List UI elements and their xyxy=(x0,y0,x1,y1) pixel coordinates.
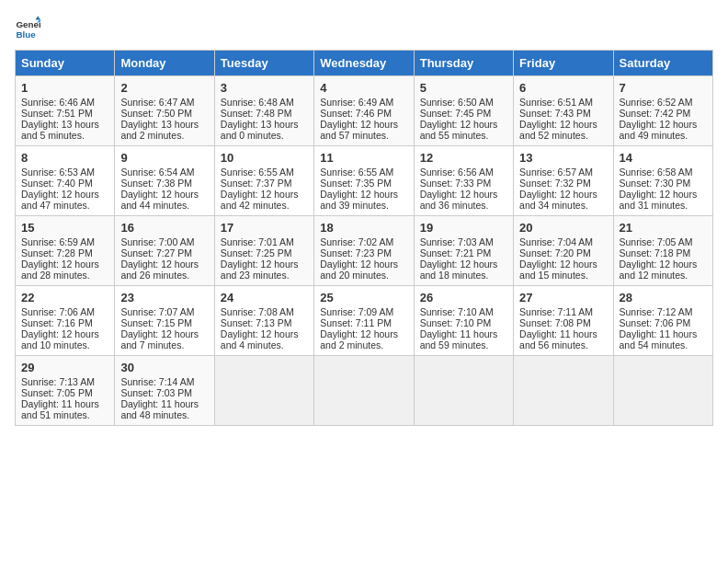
cell-line: Daylight: 11 hours xyxy=(120,398,208,409)
cell-line: Daylight: 12 hours xyxy=(620,189,707,200)
day-number: 16 xyxy=(120,221,208,235)
day-number: 22 xyxy=(21,291,108,304)
cell-line: Daylight: 12 hours xyxy=(120,189,208,200)
cell-line: Sunset: 7:38 PM xyxy=(120,178,208,189)
calendar-cell: 21Sunrise: 7:05 AMSunset: 7:18 PMDayligh… xyxy=(613,216,712,286)
cell-line: Sunrise: 7:10 AM xyxy=(420,306,507,317)
cell-line: Sunset: 7:21 PM xyxy=(420,247,507,259)
cell-line: Daylight: 12 hours xyxy=(420,119,507,130)
day-number: 8 xyxy=(21,151,108,165)
cell-line: and 18 minutes. xyxy=(420,270,507,281)
calendar-cell xyxy=(414,356,513,426)
cell-line: and 34 minutes. xyxy=(519,200,607,211)
cell-line: Daylight: 13 hours xyxy=(120,119,208,130)
cell-line: Sunset: 7:33 PM xyxy=(420,178,507,189)
cell-line: Sunrise: 7:12 AM xyxy=(620,306,707,317)
day-number: 5 xyxy=(420,81,507,95)
cell-line: Sunset: 7:35 PM xyxy=(320,178,407,189)
cell-line: Daylight: 12 hours xyxy=(320,328,407,339)
calendar-cell: 3Sunrise: 6:48 AMSunset: 7:48 PMDaylight… xyxy=(214,76,313,146)
cell-line: Sunrise: 6:48 AM xyxy=(221,97,308,108)
svg-text:General: General xyxy=(16,19,40,29)
cell-line: Sunrise: 6:49 AM xyxy=(320,97,407,108)
cell-line: Sunset: 7:43 PM xyxy=(519,108,607,119)
cell-line: Sunset: 7:16 PM xyxy=(21,317,108,328)
calendar-cell: 17Sunrise: 7:01 AMSunset: 7:25 PMDayligh… xyxy=(214,216,313,286)
day-number: 26 xyxy=(420,291,507,304)
cell-line: Sunset: 7:11 PM xyxy=(320,317,407,328)
svg-text:Blue: Blue xyxy=(16,29,36,40)
calendar-cell: 23Sunrise: 7:07 AMSunset: 7:15 PMDayligh… xyxy=(115,286,214,356)
page-header: General Blue xyxy=(15,15,713,40)
cell-line: Sunrise: 6:46 AM xyxy=(21,97,108,108)
cell-line: Sunrise: 7:13 AM xyxy=(21,376,108,387)
cell-line: and 39 minutes. xyxy=(320,200,407,211)
cell-line: and 47 minutes. xyxy=(21,200,108,211)
cell-line: Daylight: 12 hours xyxy=(221,328,308,339)
calendar-week-3: 15Sunrise: 6:59 AMSunset: 7:28 PMDayligh… xyxy=(16,216,713,286)
cell-line: and 42 minutes. xyxy=(221,200,308,211)
cell-line: Sunset: 7:08 PM xyxy=(519,317,607,328)
calendar-cell: 26Sunrise: 7:10 AMSunset: 7:10 PMDayligh… xyxy=(414,286,513,356)
cell-line: Daylight: 12 hours xyxy=(620,119,707,130)
day-number: 19 xyxy=(420,221,507,235)
day-number: 21 xyxy=(620,221,707,235)
cell-line: Sunset: 7:42 PM xyxy=(620,108,707,119)
calendar-cell: 6Sunrise: 6:51 AMSunset: 7:43 PMDaylight… xyxy=(514,76,613,146)
day-number: 2 xyxy=(120,81,208,95)
cell-line: Daylight: 12 hours xyxy=(320,119,407,130)
logo: General Blue xyxy=(15,15,44,40)
calendar-cell: 7Sunrise: 6:52 AMSunset: 7:42 PMDaylight… xyxy=(613,76,712,146)
cell-line: Daylight: 12 hours xyxy=(420,189,507,200)
calendar-week-4: 22Sunrise: 7:06 AMSunset: 7:16 PMDayligh… xyxy=(16,286,713,356)
cell-line: Sunset: 7:51 PM xyxy=(21,108,108,119)
cell-line: Sunset: 7:46 PM xyxy=(320,108,407,119)
cell-line: Sunset: 7:23 PM xyxy=(320,247,407,259)
calendar-cell: 1Sunrise: 6:46 AMSunset: 7:51 PMDaylight… xyxy=(16,76,115,146)
cell-line: Daylight: 12 hours xyxy=(21,189,108,200)
cell-line: and 15 minutes. xyxy=(519,270,607,281)
calendar-cell xyxy=(214,356,313,426)
cell-line: Sunset: 7:37 PM xyxy=(221,178,308,189)
calendar-cell: 5Sunrise: 6:50 AMSunset: 7:45 PMDaylight… xyxy=(414,76,513,146)
cell-line: Sunrise: 6:56 AM xyxy=(420,167,507,178)
cell-line: Sunrise: 7:01 AM xyxy=(221,236,308,247)
col-header-friday: Friday xyxy=(514,51,613,76)
cell-line: Sunrise: 6:51 AM xyxy=(519,97,607,108)
cell-line: Sunrise: 6:55 AM xyxy=(221,167,308,178)
cell-line: Daylight: 12 hours xyxy=(519,259,607,270)
calendar-cell: 10Sunrise: 6:55 AMSunset: 7:37 PMDayligh… xyxy=(214,146,313,216)
cell-line: Daylight: 12 hours xyxy=(120,259,208,270)
col-header-thursday: Thursday xyxy=(414,51,513,76)
day-number: 4 xyxy=(320,81,407,95)
cell-line: Daylight: 12 hours xyxy=(620,259,707,270)
cell-line: and 44 minutes. xyxy=(120,200,208,211)
calendar-cell xyxy=(514,356,613,426)
cell-line: Daylight: 13 hours xyxy=(21,119,108,130)
cell-line: Sunrise: 7:14 AM xyxy=(120,376,208,387)
cell-line: Daylight: 12 hours xyxy=(320,259,407,270)
calendar-cell: 18Sunrise: 7:02 AMSunset: 7:23 PMDayligh… xyxy=(314,216,414,286)
cell-line: and 0 minutes. xyxy=(221,130,308,141)
cell-line: Sunset: 7:45 PM xyxy=(420,108,507,119)
cell-line: and 7 minutes. xyxy=(120,339,208,350)
cell-line: Sunrise: 7:07 AM xyxy=(120,306,208,317)
cell-line: Sunrise: 7:11 AM xyxy=(519,306,607,317)
calendar-week-2: 8Sunrise: 6:53 AMSunset: 7:40 PMDaylight… xyxy=(16,146,713,216)
day-number: 18 xyxy=(320,221,407,235)
cell-line: Daylight: 11 hours xyxy=(620,328,707,339)
cell-line: Daylight: 12 hours xyxy=(120,328,208,339)
cell-line: Daylight: 12 hours xyxy=(221,259,308,270)
col-header-sunday: Sunday xyxy=(16,51,115,76)
cell-line: and 51 minutes. xyxy=(21,409,108,420)
cell-line: and 49 minutes. xyxy=(620,130,707,141)
svg-marker-2 xyxy=(35,16,40,19)
cell-line: Sunset: 7:50 PM xyxy=(120,108,208,119)
cell-line: Sunrise: 7:04 AM xyxy=(519,236,607,247)
calendar-cell: 22Sunrise: 7:06 AMSunset: 7:16 PMDayligh… xyxy=(16,286,115,356)
calendar-cell xyxy=(613,356,712,426)
cell-line: and 2 minutes. xyxy=(320,339,407,350)
logo-icon: General Blue xyxy=(15,15,40,40)
cell-line: Sunset: 7:06 PM xyxy=(620,317,707,328)
day-number: 24 xyxy=(221,291,308,304)
